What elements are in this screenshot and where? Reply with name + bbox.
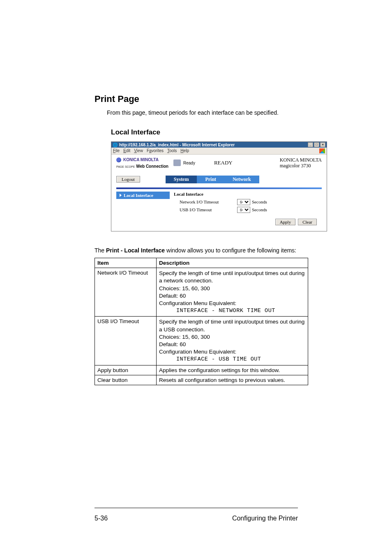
- brand-product: PAGE SCOPE Web Connection: [116, 164, 172, 169]
- close-icon[interactable]: ×: [320, 142, 325, 147]
- brand-logo-icon: [116, 157, 121, 162]
- ie-icon: 🌐: [113, 143, 118, 147]
- section-heading: Local Interface: [111, 128, 328, 136]
- app-header: KONICA MINOLTA PAGE SCOPE Web Connection…: [111, 155, 327, 176]
- seconds-unit: Seconds: [252, 207, 267, 212]
- status-small: Ready: [183, 161, 195, 165]
- menu-edit[interactable]: Edit: [123, 148, 130, 153]
- window-titlebar: 🌐 http://192.168.1.2/a_index.html - Micr…: [111, 142, 327, 148]
- model-info: KONICA MINOLTA magicolor 3730: [280, 157, 322, 169]
- table-row: Apply button Applies the configuration s…: [95, 365, 308, 375]
- menu-view[interactable]: View: [134, 148, 143, 153]
- table-row: Clear button Resets all configuration se…: [95, 375, 308, 385]
- menu-tools[interactable]: Tools: [167, 148, 177, 153]
- menu-favorites[interactable]: Favorites: [147, 148, 164, 153]
- printer-icon: [173, 160, 181, 166]
- ie-window: 🌐 http://192.168.1.2/a_index.html - Micr…: [111, 141, 327, 231]
- logout-button[interactable]: Logout: [116, 176, 140, 183]
- apply-button[interactable]: Apply: [275, 219, 296, 225]
- window-title: http://192.168.1.2/a_index.html - Micros…: [119, 143, 235, 147]
- col-desc: Description: [157, 258, 308, 268]
- table-row: USB I/O Timeout Specify the length of ti…: [95, 317, 308, 365]
- status-large: READY: [214, 160, 233, 166]
- seconds-unit: Seconds: [252, 199, 267, 204]
- tab-system[interactable]: System: [166, 176, 197, 183]
- spec-table: Item Description Network I/O Timeout Spe…: [95, 258, 308, 385]
- usb-timeout-select[interactable]: 60: [237, 207, 250, 213]
- menu-help[interactable]: Help: [180, 148, 189, 153]
- network-timeout-label: Network I/O Timeout: [180, 199, 237, 204]
- maximize-icon[interactable]: □: [314, 142, 319, 147]
- footer-rule: [95, 508, 298, 508]
- minimize-icon[interactable]: _: [308, 142, 313, 147]
- table-intro: The Print - Local Interface window allow…: [95, 246, 328, 254]
- sidebar-item-label: Local Interface: [124, 193, 153, 198]
- tab-network[interactable]: Network: [224, 176, 259, 183]
- form-title: Local Interface: [174, 192, 322, 197]
- section-name: Configuring the Printer: [232, 515, 298, 522]
- brand-name: KONICA MINOLTA: [123, 157, 159, 162]
- windows-flag-icon: [319, 148, 325, 153]
- menu-file[interactable]: File: [113, 148, 120, 153]
- network-timeout-select[interactable]: 60: [237, 199, 250, 205]
- col-item: Item: [95, 258, 157, 268]
- table-row: Network I/O Timeout Specify the length o…: [95, 268, 308, 317]
- usb-timeout-label: USB I/O Timeout: [180, 207, 237, 212]
- tab-print[interactable]: Print: [197, 176, 224, 183]
- browser-menubar: File Edit View Favorites Tools Help: [111, 148, 327, 155]
- clear-button[interactable]: Clear: [298, 219, 317, 225]
- page-title: Print Page: [95, 94, 328, 104]
- sidebar-item-local-interface[interactable]: Local Interface: [116, 192, 170, 199]
- intro-text: From this page, timeout periods for each…: [107, 109, 328, 116]
- page-footer: 5-36 Configuring the Printer: [95, 515, 298, 522]
- gradient-bar: [116, 187, 322, 189]
- page-number: 5-36: [95, 515, 108, 522]
